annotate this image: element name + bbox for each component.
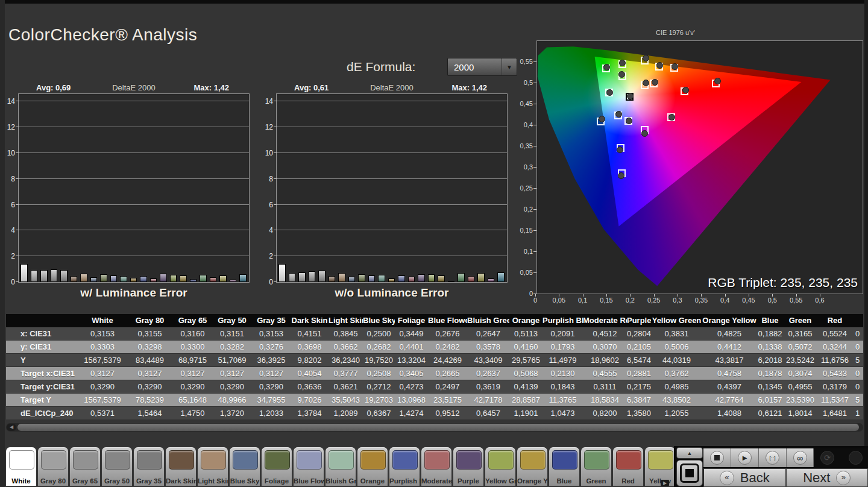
refresh-button[interactable]: ⟳ — [814, 448, 841, 467]
next-arrow-icon: » — [836, 471, 851, 485]
y-axis-tick — [533, 104, 536, 104]
table-cell: 0,1345 — [756, 380, 784, 393]
table-cell: 23,5390 — [784, 394, 817, 406]
tab-label: Bluish Green — [326, 477, 356, 485]
tab-light-skin[interactable]: Light Skin — [198, 447, 228, 486]
tab-bluish-green[interactable]: Bluish Green — [326, 447, 356, 486]
back-button[interactable]: « Back — [703, 468, 786, 487]
bar-dark-skin — [329, 276, 336, 282]
table-cell: 0,3621 — [329, 380, 363, 393]
play-button[interactable]: ▶ — [731, 448, 759, 467]
next-button[interactable]: Next » — [786, 468, 868, 487]
bar-white — [278, 264, 286, 282]
continuous-measure-button[interactable]: ∞ — [787, 448, 814, 467]
color-swatch — [297, 450, 322, 470]
collapse-panel-button[interactable]: ▲ — [676, 447, 703, 459]
table-cell: 0,5371 — [78, 407, 127, 419]
table-cell: 11,3765 — [542, 394, 583, 406]
x-axis-label: 0 — [523, 297, 547, 304]
bar-foliage — [100, 274, 107, 282]
table-cell: 36,2340 — [329, 354, 363, 366]
tab-orange[interactable]: Orange — [357, 447, 388, 486]
tab-yellow-green[interactable]: Yellow Green — [485, 447, 515, 486]
tab-foliage[interactable]: Foliage — [262, 447, 292, 486]
table-cell: 0 — [853, 380, 863, 393]
row-label: Target Y — [6, 394, 78, 406]
tab-white[interactable]: White — [6, 447, 36, 486]
tab-red[interactable]: Red — [613, 447, 643, 486]
stop-button[interactable] — [703, 448, 731, 467]
tab-purplish-blue[interactable]: Purplish Blue — [389, 447, 420, 486]
table-cell: 1,3580 — [627, 407, 651, 419]
cie-measured-light-skin — [643, 80, 649, 86]
color-swatch — [233, 450, 258, 470]
tab-scroll-right-icon[interactable]: ▶ — [661, 480, 669, 486]
play-icon: ▶ — [738, 451, 752, 465]
table-cell: 0,3070 — [583, 341, 627, 353]
table-cell: 1,2033 — [252, 407, 291, 419]
bar-gray-65 — [40, 270, 48, 282]
table-cell: 0,3276 — [252, 341, 291, 353]
y-axis-label: 0,55 — [506, 58, 533, 65]
column-header: Gray 65 — [173, 314, 212, 327]
table-horizontal-scrollbar[interactable]: ◀ — [6, 423, 863, 432]
column-header: Green — [784, 314, 817, 327]
tab-gray-35[interactable]: Gray 35 — [134, 447, 164, 486]
y-axis-tick — [533, 209, 536, 210]
table-cell: 34,7955 — [252, 394, 291, 406]
table-cell: 1,2055 — [651, 407, 702, 419]
tab-orange-yellow[interactable]: Orange Yellow — [517, 447, 547, 486]
table-cell: 0,4273 — [395, 380, 428, 393]
table-cell: 5 — [853, 394, 863, 406]
gridline — [277, 152, 507, 153]
stop-icon — [710, 451, 724, 465]
measure-series-button[interactable]: [··] — [759, 448, 787, 467]
tab-gray-80[interactable]: Gray 80 — [38, 447, 68, 486]
scrollbar-thumb[interactable] — [17, 424, 859, 431]
scroll-left-icon[interactable]: ◀ — [7, 424, 16, 431]
gridline — [19, 127, 249, 127]
column-header: Foliage — [395, 314, 428, 327]
tab-moderate-red[interactable]: Moderate Red — [421, 447, 451, 486]
bar-red — [210, 277, 217, 282]
table-cell: 0,4054 — [291, 367, 329, 380]
gridline — [277, 127, 507, 127]
bar-blue-flower — [110, 275, 118, 282]
table-cell: 0,3300 — [173, 341, 212, 353]
y-axis-label: 14 — [257, 97, 273, 105]
tab-dark-skin[interactable]: Dark Skin — [166, 447, 196, 486]
tab-label: White — [6, 477, 36, 485]
table-cell: 0,2682 — [363, 341, 395, 353]
measurement-table: WhiteGray 80Gray 65Gray 50Gray 35Dark Sk… — [6, 314, 863, 420]
y-axis-label: 0,45 — [506, 100, 533, 107]
tab-green[interactable]: Green — [581, 447, 611, 486]
tab-purple[interactable]: Purple — [453, 447, 483, 486]
table-cell: 0,2497 — [428, 380, 467, 393]
table-cell: 0,3127 — [252, 367, 291, 380]
table-cell: 0,4139 — [509, 380, 542, 393]
table-cell: 0,3578 — [467, 341, 509, 353]
bar-yellow-green — [170, 275, 177, 282]
table-cell: 0,3290 — [252, 380, 291, 393]
table-cell: 1,0473 — [542, 407, 583, 419]
table-cell: 0,4512 — [583, 327, 627, 340]
tab-blue-sky[interactable]: Blue Sky — [230, 447, 260, 486]
table-cell: 11,5347 — [817, 394, 853, 406]
tab-label: Yellow Green — [485, 477, 515, 485]
table-cell: 0,3636 — [291, 380, 329, 393]
column-header: White — [78, 314, 127, 327]
bar-blue-sky — [90, 277, 98, 282]
tab-yellow[interactable]: Yellow — [645, 447, 674, 486]
cie-measured-dark-skin — [652, 79, 658, 86]
x-axis-tick — [772, 294, 773, 297]
color-swatch — [552, 450, 577, 470]
table-cell: 42,7178 — [467, 394, 509, 406]
y-axis-tick — [533, 146, 536, 146]
tab-blue-flower[interactable]: Blue Flower — [294, 447, 324, 486]
tab-gray-65[interactable]: Gray 65 — [70, 447, 100, 486]
y-axis-label: 0 — [0, 278, 15, 286]
chart-header: Avg: 0,69 DeltaE 2000 Max: 1,42 — [18, 83, 250, 93]
tab-blue[interactable]: Blue — [549, 447, 579, 486]
stop-measure-button[interactable] — [676, 460, 703, 486]
tab-gray-50[interactable]: Gray 50 — [102, 447, 132, 486]
